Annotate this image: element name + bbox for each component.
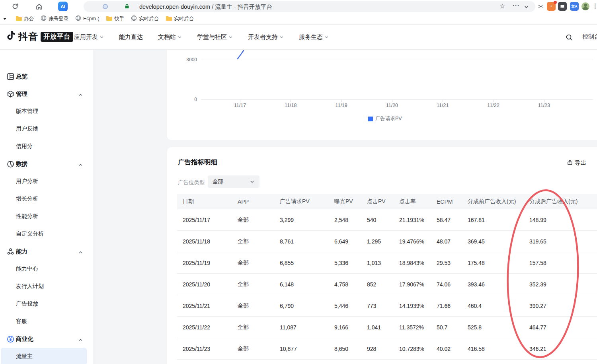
table-cell: 464.77	[524, 317, 597, 338]
nav-item[interactable]: 学堂与社区	[197, 33, 233, 41]
chevron-down-icon	[250, 179, 255, 184]
cube-icon	[6, 90, 14, 98]
table-cell: 58.47	[431, 209, 462, 231]
bookmarks-caret-icon[interactable]	[3, 18, 6, 20]
ad-type-select-value: 全部	[213, 178, 223, 185]
table-cell: 1,295	[361, 231, 394, 252]
bookmark-item[interactable]: 实时后台	[131, 15, 159, 22]
sidebar-item[interactable]: 客服	[0, 313, 93, 330]
sidebar-item-label: 自定义分析	[16, 230, 44, 237]
brand-text: 抖音	[18, 30, 38, 43]
sidebar-item[interactable]: 用户分析	[0, 173, 93, 190]
table-row[interactable]: 2025/11/20全部6,1484,75885217.9067%74.0639…	[177, 274, 597, 295]
table-cell: 3,299	[274, 209, 329, 231]
sidebar-group[interactable]: 能力	[0, 243, 93, 260]
home-icon[interactable]	[34, 2, 44, 11]
bookmark-item[interactable]: Ecpm-(	[75, 15, 99, 22]
ai-extension-icon[interactable]: AI	[58, 2, 68, 11]
ad-type-select[interactable]: 全部	[208, 175, 259, 188]
sidebar-item[interactable]: 自定义分析	[0, 225, 93, 243]
url-path: / 流量主 - 抖音开放平台	[210, 4, 272, 10]
globe-icon	[131, 15, 137, 22]
sidebar-group-label: 总览	[16, 73, 27, 80]
scissors-extension-icon[interactable]: ✂	[537, 2, 545, 11]
url-text[interactable]: developer.open-douyin.com / 流量主 - 抖音开放平台	[139, 3, 272, 11]
table-cell: 2025/11/23	[177, 338, 232, 360]
table-cell: 5,336	[329, 252, 361, 274]
nav-item-label: 服务生态	[299, 33, 323, 41]
sidebar-group[interactable]: 数据	[0, 155, 93, 173]
table-cell: 773	[361, 295, 394, 317]
nav-item[interactable]: 能力直达	[119, 33, 143, 41]
table-cell: 2025/11/20	[177, 274, 232, 295]
address-more-icon[interactable]: ···	[513, 2, 520, 9]
x-axis-label: 11/18	[277, 103, 304, 108]
table-cell: 14.1939%	[394, 295, 431, 317]
sidebar-group-label: 能力	[16, 248, 27, 255]
notification-dot	[554, 1, 557, 4]
sidebar-group[interactable]: 管理	[0, 85, 93, 103]
table-row[interactable]: 2025/11/17全部3,2992,54854021.1931%58.4716…	[177, 209, 597, 231]
sidebar-item[interactable]: 广告投放	[0, 295, 93, 313]
table-cell: 6,855	[274, 252, 329, 274]
table-row[interactable]: 2025/11/21全部6,7905,44677314.1939%71.6646…	[177, 295, 597, 317]
game-extension-icon[interactable]: +	[547, 2, 556, 11]
sidebar-item[interactable]: 信用分	[0, 138, 93, 155]
sidebar-item[interactable]: 用户反馈	[0, 120, 93, 138]
site-permission-icon[interactable]	[103, 4, 108, 9]
table-row[interactable]: 2025/11/18全部8,7616,6491,29519.4766%48.07…	[177, 231, 597, 252]
table-row[interactable]: 2025/11/22全部11,0879,1661,04111.3572%50.7…	[177, 317, 597, 338]
address-bar[interactable]: developer.open-douyin.com / 流量主 - 抖音开放平台…	[84, 1, 535, 12]
bookmarks-bar: 办公账号登录Ecpm-(快手实时后台实时后台	[0, 13, 597, 25]
bookmark-label: 实时后台	[174, 16, 194, 22]
bookmark-item[interactable]: 实时后台	[166, 16, 194, 22]
nav-item[interactable]: 服务生态	[299, 33, 329, 41]
reader-extension-icon[interactable]	[558, 2, 567, 11]
translate-extension-icon[interactable]: 文A	[570, 2, 579, 11]
x-axis-label: 11/20	[378, 103, 406, 108]
ad-metrics-panel: 广告指标明细 导出 广告位类型 全部 日期APP广告请求PV曝光PV点击PV点击…	[167, 147, 597, 364]
sidebar-item[interactable]: 增长分析	[0, 190, 93, 208]
x-axis-label: 11/21	[429, 103, 457, 108]
filter-label: 广告位类型	[178, 179, 205, 186]
reload-icon[interactable]	[10, 2, 20, 11]
column-header: 广告请求PV	[274, 194, 329, 209]
sidebar-item[interactable]: 流量主	[1, 348, 87, 364]
chart-legend[interactable]: 广告请求PV	[368, 115, 402, 122]
douyin-logo[interactable]: 抖音 开放平台	[6, 30, 73, 43]
bookmark-item[interactable]: 账号登录	[41, 15, 68, 22]
sidebar-item-label: 能力中心	[16, 265, 38, 273]
sidebar-item[interactable]: 发行人计划	[0, 278, 93, 295]
table-cell: 8,761	[274, 231, 329, 252]
browser-menu-icon[interactable]: ⋮	[592, 2, 597, 10]
sidebar-group[interactable]: 总览	[0, 68, 93, 85]
sidebar-group-label: 管理	[16, 90, 27, 98]
search-icon[interactable]	[566, 34, 573, 43]
sidebar-group-label: 数据	[16, 160, 27, 168]
nav-item[interactable]: 文档站	[158, 33, 182, 41]
sidebar-item[interactable]: 能力中心	[0, 260, 93, 278]
nav-item[interactable]: 应用开发	[74, 33, 104, 41]
nav-item[interactable]: 开发者支持	[248, 33, 284, 41]
panel-title: 广告指标明细	[178, 158, 217, 167]
sidebar-item[interactable]: 性能分析	[0, 208, 93, 225]
bookmark-item[interactable]: 快手	[106, 16, 124, 22]
table-cell: 167.81	[462, 209, 524, 231]
console-link[interactable]: 控制台	[582, 33, 597, 41]
table-row[interactable]: 2025/11/23全部10,8778,65092810.7283%40.024…	[177, 338, 597, 360]
brand-badge: 开放平台	[41, 32, 73, 42]
bookmark-item[interactable]: 办公	[16, 16, 34, 22]
yuan-icon	[6, 335, 14, 343]
bookmark-label: 快手	[114, 16, 124, 22]
table-cell: 2025/11/17	[177, 209, 232, 231]
export-button[interactable]: 导出	[567, 159, 586, 167]
table-cell: 48.07	[431, 231, 462, 252]
address-chevron-down-icon[interactable]	[524, 4, 529, 11]
sidebar-item[interactable]: 版本管理	[0, 103, 93, 120]
x-axis-tick	[240, 100, 240, 102]
table-row[interactable]: 2025/11/19全部6,8555,3361,01318.9843%29.53…	[177, 252, 597, 274]
x-axis-label: 11/17	[226, 103, 254, 108]
profile-avatar[interactable]	[581, 2, 590, 11]
bookmark-star-icon[interactable]: ☆	[499, 2, 505, 10]
sidebar-group[interactable]: 商业化	[0, 330, 93, 348]
